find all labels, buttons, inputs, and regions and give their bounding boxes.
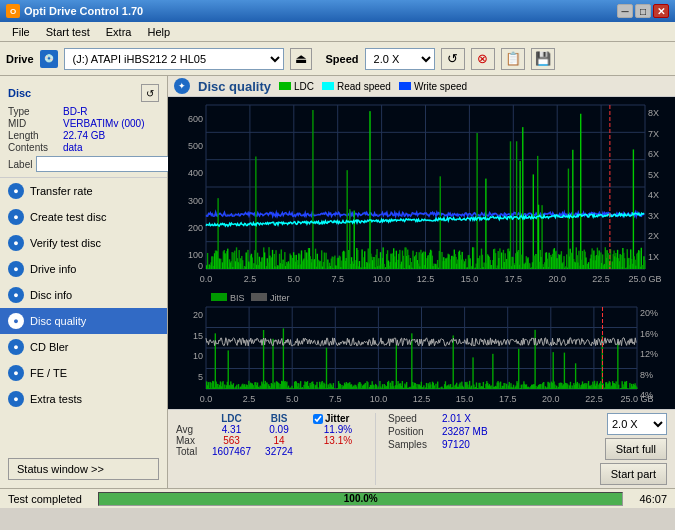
chart-top [168, 97, 675, 289]
right-panel: ✦ Disc quality LDC Read speed Write spee… [168, 76, 675, 488]
stats-table: LDC BIS Jitter Avg 4.31 0.09 11.9 [176, 413, 363, 457]
nav-drive-info[interactable]: ● Drive info [0, 256, 167, 282]
legend-write-speed-color [399, 82, 411, 90]
disc-refresh-button[interactable]: ↺ [141, 84, 159, 102]
nav-icon-disc-info: ● [8, 287, 24, 303]
nav-label-disc-quality: Disc quality [30, 315, 86, 327]
status-bar: Test completed 100.0% 46:07 [0, 488, 675, 508]
position-row: Position 23287 MB [388, 426, 488, 437]
disc-title: Disc [8, 87, 31, 99]
stats-header-row: LDC BIS Jitter [176, 413, 363, 424]
stats-bis-header: BIS [259, 413, 299, 424]
erase-button[interactable]: ⊗ [471, 48, 495, 70]
legend-write-speed-label: Write speed [414, 81, 467, 92]
menu-bar: File Start test Extra Help [0, 22, 675, 42]
nav-verify-test-disc[interactable]: ● Verify test disc [0, 230, 167, 256]
disc-contents-label: Contents [8, 142, 63, 153]
top-chart-canvas [168, 97, 675, 289]
nav-create-test-disc[interactable]: ● Create test disc [0, 204, 167, 230]
chart-header: ✦ Disc quality LDC Read speed Write spee… [168, 76, 675, 97]
stats-divider [375, 413, 376, 485]
maximize-button[interactable]: □ [635, 4, 651, 18]
stats-max-row: Max 563 14 13.1% [176, 435, 363, 446]
title-bar: O Opti Drive Control 1.70 ─ □ ✕ [0, 0, 675, 22]
app-title: Opti Drive Control 1.70 [24, 5, 143, 17]
speed-key: Speed [388, 413, 436, 424]
nav-container: ● Transfer rate ● Create test disc ● Ver… [0, 178, 167, 412]
main-layout: Disc ↺ Type BD-R MID VERBATIMv (000) Len… [0, 76, 675, 488]
legend-ldc: LDC [279, 81, 314, 92]
nav-label-disc-info: Disc info [30, 289, 72, 301]
disc-length-label: Length [8, 130, 63, 141]
nav-label-extra-tests: Extra tests [30, 393, 82, 405]
save-button[interactable]: 💾 [531, 48, 555, 70]
speed-select-stats[interactable]: 2.0 X 4.0 X 6.0 X [607, 413, 667, 435]
samples-row: Samples 97120 [388, 439, 488, 450]
disc-length-row: Length 22.74 GB [8, 130, 159, 141]
stats-total-ldc: 1607467 [204, 446, 259, 457]
nav-label-verify-test-disc: Verify test disc [30, 237, 101, 249]
position-value: 23287 MB [442, 426, 488, 437]
left-panel: Disc ↺ Type BD-R MID VERBATIMv (000) Len… [0, 76, 168, 488]
disc-mid-value: VERBATIMv (000) [63, 118, 159, 129]
minimize-button[interactable]: ─ [617, 4, 633, 18]
nav-icon-cd-bler: ● [8, 339, 24, 355]
nav-icon-fe-te: ● [8, 365, 24, 381]
jitter-checkbox[interactable] [313, 414, 323, 424]
start-part-button[interactable]: Start part [600, 463, 667, 485]
start-full-button[interactable]: Start full [605, 438, 667, 460]
drive-icon: 💿 [40, 50, 58, 68]
nav-icon-create-test-disc: ● [8, 209, 24, 225]
disc-label-label: Label [8, 159, 32, 170]
stats-ldc-header: LDC [204, 413, 259, 424]
nav-icon-transfer-rate: ● [8, 183, 24, 199]
stats-jitter-header: Jitter [313, 413, 363, 424]
copy-button[interactable]: 📋 [501, 48, 525, 70]
stats-max-bis: 14 [259, 435, 299, 446]
chart-area [168, 97, 675, 409]
nav-icon-disc-quality: ● [8, 313, 24, 329]
nav-disc-quality[interactable]: ● Disc quality [0, 308, 167, 334]
drive-label: Drive [6, 53, 34, 65]
nav-icon-verify-test-disc: ● [8, 235, 24, 251]
stats-total-bis: 32724 [259, 446, 299, 457]
refresh-button[interactable]: ↺ [441, 48, 465, 70]
menu-extra[interactable]: Extra [98, 22, 140, 42]
nav-disc-info[interactable]: ● Disc info [0, 282, 167, 308]
disc-label-row: Label ⚙ [8, 155, 159, 173]
nav-label-create-test-disc: Create test disc [30, 211, 106, 223]
legend-ldc-label: LDC [294, 81, 314, 92]
disc-label-input[interactable] [36, 156, 169, 172]
title-controls: ─ □ ✕ [617, 4, 669, 18]
speed-select[interactable]: 2.0 X 4.0 X 6.0 X 8.0 X [365, 48, 435, 70]
stats-avg-ldc: 4.31 [204, 424, 259, 435]
legend-read-speed: Read speed [322, 81, 391, 92]
time-display: 46:07 [631, 493, 675, 505]
eject-button[interactable]: ⏏ [290, 48, 312, 70]
action-panel: 2.0 X 4.0 X 6.0 X Start full Start part [600, 413, 667, 485]
stats-bar: LDC BIS Jitter Avg 4.31 0.09 11.9 [168, 409, 675, 488]
legend-read-speed-color [322, 82, 334, 90]
disc-type-value: BD-R [63, 106, 159, 117]
stats-total-label: Total [176, 446, 204, 457]
disc-section: Disc ↺ Type BD-R MID VERBATIMv (000) Len… [0, 80, 167, 178]
drive-select[interactable]: (J:) ATAPI iHBS212 2 HL05 [64, 48, 284, 70]
speed-value: 2.01 X [442, 413, 471, 424]
disc-mid-label: MID [8, 118, 63, 129]
disc-contents-row: Contents data [8, 142, 159, 153]
stats-max-label: Max [176, 435, 204, 446]
menu-file[interactable]: File [4, 22, 38, 42]
nav-fe-te[interactable]: ● FE / TE [0, 360, 167, 386]
speed-position-stats: Speed 2.01 X Position 23287 MB Samples 9… [388, 413, 488, 450]
menu-start-test[interactable]: Start test [38, 22, 98, 42]
title-bar-left: O Opti Drive Control 1.70 [6, 4, 143, 18]
disc-type-label: Type [8, 106, 63, 117]
status-window-button[interactable]: Status window >> [8, 458, 159, 480]
close-button[interactable]: ✕ [653, 4, 669, 18]
legend-read-speed-label: Read speed [337, 81, 391, 92]
nav-transfer-rate[interactable]: ● Transfer rate [0, 178, 167, 204]
nav-extra-tests[interactable]: ● Extra tests [0, 386, 167, 412]
progress-container: 100.0% [98, 492, 623, 506]
menu-help[interactable]: Help [139, 22, 178, 42]
nav-cd-bler[interactable]: ● CD Bler [0, 334, 167, 360]
